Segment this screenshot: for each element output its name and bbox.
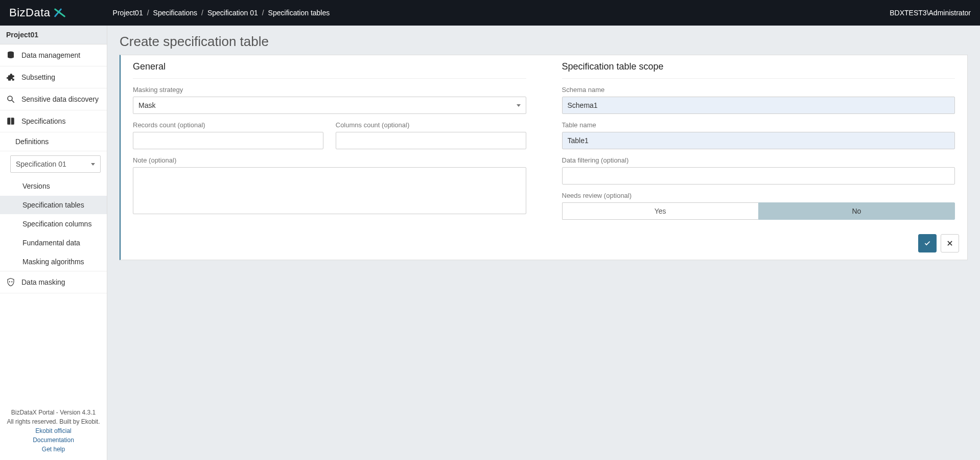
chevron-down-icon xyxy=(517,104,521,107)
page-title: Create specification table xyxy=(120,34,968,50)
section-title-general: General xyxy=(133,61,526,79)
svg-point-2 xyxy=(9,281,10,282)
chevron-down-icon xyxy=(91,163,95,166)
needs-review-toggle: Yes No xyxy=(562,202,955,220)
content-area: Create specification table General Maski… xyxy=(107,26,980,460)
sidebar-item-label: Data masking xyxy=(21,278,65,286)
data-filtering-input[interactable] xyxy=(562,167,955,185)
check-icon xyxy=(924,240,931,247)
footer-link-help[interactable]: Get help xyxy=(6,445,101,454)
note-textarea[interactable] xyxy=(133,167,526,214)
save-button[interactable] xyxy=(918,234,937,252)
footer-copyright: All rights reserved. Built by Ekobit. xyxy=(6,417,101,426)
svg-point-1 xyxy=(8,96,12,101)
breadcrumb-sep: / xyxy=(201,9,203,17)
schema-name-input[interactable] xyxy=(562,97,955,114)
sidebar: Project01 Data management Subsetting Sen… xyxy=(0,26,107,460)
masking-strategy-value: Mask xyxy=(138,101,155,109)
breadcrumb-item[interactable]: Specification 01 xyxy=(207,9,258,17)
footer-link-documentation[interactable]: Documentation xyxy=(6,435,101,445)
sidebar-subitem-specification-tables[interactable]: Specification tables xyxy=(0,196,107,215)
table-name-input[interactable] xyxy=(562,132,955,149)
puzzle-icon xyxy=(6,73,15,82)
sidebar-footer: BizDataX Portal - Version 4.3.1 All righ… xyxy=(0,402,107,460)
sidebar-item-data-masking[interactable]: Data masking xyxy=(0,271,107,293)
needs-review-label: Needs review (optional) xyxy=(562,192,955,199)
database-icon xyxy=(6,51,15,60)
sidebar-subheading-definitions[interactable]: Definitions xyxy=(0,132,107,151)
sidebar-subitem-versions[interactable]: Versions xyxy=(0,177,107,196)
book-icon xyxy=(6,117,15,126)
note-label: Note (optional) xyxy=(133,156,526,164)
breadcrumb-sep: / xyxy=(147,9,149,17)
form-card: General Masking strategy Mask Records co… xyxy=(120,55,968,260)
search-icon xyxy=(6,95,15,104)
sidebar-subitem-label: Masking algorithms xyxy=(22,258,84,266)
sidebar-subitem-specification-columns[interactable]: Specification columns xyxy=(0,215,107,234)
scope-section: Specification table scope Schema name Ta… xyxy=(562,61,955,227)
svg-point-3 xyxy=(11,281,12,282)
needs-review-yes[interactable]: Yes xyxy=(562,202,758,220)
columns-count-label: Columns count (optional) xyxy=(336,121,526,129)
cancel-button[interactable] xyxy=(941,234,959,252)
sidebar-item-label: Sensitive data discovery xyxy=(21,95,99,103)
sidebar-item-label: Subsetting xyxy=(21,73,55,81)
sidebar-item-label: Data management xyxy=(21,51,80,59)
specification-select-value: Specification 01 xyxy=(16,160,66,168)
footer-version: BizDataX Portal - Version 4.3.1 xyxy=(6,408,101,417)
needs-review-no[interactable]: No xyxy=(758,202,955,220)
footer-link-ekobit[interactable]: Ekobit official xyxy=(6,426,101,435)
masking-strategy-select[interactable]: Mask xyxy=(133,97,526,114)
sidebar-subitem-masking-algorithms[interactable]: Masking algorithms xyxy=(0,252,107,271)
close-icon xyxy=(946,240,953,247)
user-label[interactable]: BDXTEST3\Administrator xyxy=(890,9,971,17)
logo-icon xyxy=(53,6,67,20)
section-title-scope: Specification table scope xyxy=(562,61,955,79)
records-count-label: Records count (optional) xyxy=(133,121,323,129)
sidebar-subitem-fundamental-data[interactable]: Fundamental data xyxy=(0,234,107,252)
sidebar-item-label: Specifications xyxy=(21,117,65,125)
breadcrumb-sep: / xyxy=(262,9,264,17)
breadcrumb-item[interactable]: Project01 xyxy=(113,9,143,17)
sidebar-subitem-label: Fundamental data xyxy=(22,239,80,247)
sidebar-item-sensitive-data[interactable]: Sensitive data discovery xyxy=(0,88,107,110)
schema-name-label: Schema name xyxy=(562,86,955,94)
masking-strategy-label: Masking strategy xyxy=(133,86,526,94)
columns-count-input[interactable] xyxy=(336,132,526,149)
table-name-label: Table name xyxy=(562,121,955,129)
data-filtering-label: Data filtering (optional) xyxy=(562,156,955,164)
sidebar-subitem-label: Specification tables xyxy=(22,201,84,209)
specification-select[interactable]: Specification 01 xyxy=(10,155,101,173)
records-count-input[interactable] xyxy=(133,132,323,149)
breadcrumb-item[interactable]: Specification tables xyxy=(268,9,330,17)
app-header: BizData Project01 / Specifications / Spe… xyxy=(0,0,980,26)
project-title: Project01 xyxy=(0,26,107,44)
sidebar-item-specifications[interactable]: Specifications xyxy=(0,110,107,132)
breadcrumb-item[interactable]: Specifications xyxy=(153,9,197,17)
app-logo[interactable]: BizData xyxy=(9,6,67,20)
brand-text: BizData xyxy=(9,6,51,19)
breadcrumb: Project01 / Specifications / Specificati… xyxy=(113,9,330,17)
sidebar-subitem-label: Versions xyxy=(22,182,50,190)
sidebar-subitem-label: Specification columns xyxy=(22,220,91,228)
general-section: General Masking strategy Mask Records co… xyxy=(133,61,526,227)
form-footer xyxy=(121,229,967,260)
mask-icon xyxy=(6,278,15,287)
sidebar-item-subsetting[interactable]: Subsetting xyxy=(0,66,107,88)
sidebar-item-data-management[interactable]: Data management xyxy=(0,44,107,66)
